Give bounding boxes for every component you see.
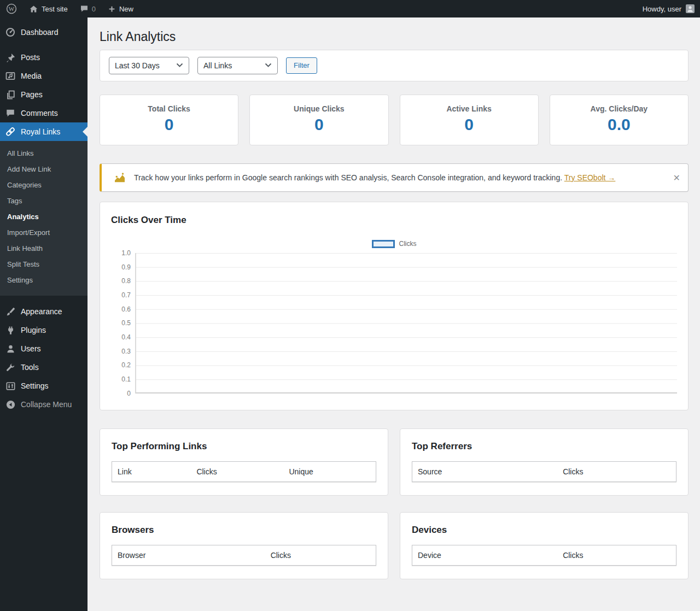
date-range-select[interactable]: Last 30 Days <box>109 57 189 74</box>
y-axis-tick: 0.6 <box>110 306 131 313</box>
sidebar-item-posts[interactable]: Posts <box>0 48 88 67</box>
chart-title: Clicks Over Time <box>111 215 677 226</box>
chart-gridlines <box>135 253 677 393</box>
column-header-link: Link <box>112 461 191 481</box>
browsers-panel: Browsers Browser Clicks <box>100 512 388 579</box>
notice-message: Track how your links perform in Google s… <box>134 173 615 182</box>
stat-card-active-links: Active Links 0 <box>400 95 539 145</box>
settings-sliders-icon <box>5 380 16 391</box>
try-seobolt-link[interactable]: Try SEObolt → <box>564 173 616 182</box>
new-menu[interactable]: New <box>102 0 139 17</box>
comments-count: 0 <box>92 5 96 13</box>
top-links-table: Link Clicks Unique <box>112 461 376 482</box>
avatar <box>686 4 695 13</box>
collapse-arrow-icon <box>5 399 16 410</box>
y-axis-tick: 0.1 <box>110 375 131 383</box>
submenu-categories[interactable]: Categories <box>0 177 88 193</box>
devices-table: Device Clicks <box>412 545 676 566</box>
comments-menu[interactable]: 0 <box>74 0 102 17</box>
column-header-clicks: Clicks <box>557 461 676 481</box>
submenu-link-health[interactable]: Link Health <box>0 240 88 256</box>
sidebar-item-label: Media <box>21 72 42 80</box>
wrench-icon <box>5 362 16 373</box>
sidebar-item-pages[interactable]: Pages <box>0 85 88 104</box>
top-referrers-panel: Top Referrers Source Clicks <box>400 428 689 496</box>
stat-card-unique-clicks: Unique Clicks 0 <box>249 95 388 145</box>
plug-icon <box>5 325 16 336</box>
y-axis-tick: 0.9 <box>110 263 131 271</box>
column-header-clicks: Clicks <box>265 545 376 565</box>
y-axis-tick: 0.5 <box>110 319 131 327</box>
sidebar-item-tools[interactable]: Tools <box>0 358 88 377</box>
column-header-browser: Browser <box>112 545 265 565</box>
admin-bar-account[interactable]: Howdy, user <box>643 0 700 17</box>
panel-title: Top Performing Links <box>112 441 376 452</box>
site-name-menu[interactable]: Test site <box>23 0 74 17</box>
submenu-split-tests[interactable]: Split Tests <box>0 256 88 272</box>
submenu-tags[interactable]: Tags <box>0 193 88 209</box>
chart-legend[interactable]: Clicks <box>111 240 677 248</box>
sidebar-item-label: Royal Links <box>21 127 60 136</box>
stat-label: Unique Clicks <box>250 104 388 113</box>
chevron-down-icon <box>265 63 272 68</box>
sidebar-item-users[interactable]: Users <box>0 339 88 358</box>
top-referrers-table: Source Clicks <box>412 461 676 482</box>
y-axis-tick: 1.0 <box>110 249 131 257</box>
site-name-label: Test site <box>42 5 68 13</box>
pushpin-icon <box>5 52 16 63</box>
stat-value: 0 <box>100 115 238 134</box>
submenu-add-new-link[interactable]: Add New Link <box>0 161 88 177</box>
sidebar-item-label: Dashboard <box>21 28 59 37</box>
filter-button[interactable]: Filter <box>286 57 317 74</box>
stat-label: Total Clicks <box>100 104 238 113</box>
sidebar-item-label: Collapse Menu <box>21 400 72 409</box>
panel-title: Top Referrers <box>412 441 676 452</box>
sidebar-item-comments[interactable]: Comments <box>0 104 88 122</box>
submenu-settings[interactable]: Settings <box>0 272 88 288</box>
y-axis-tick: 0.8 <box>110 277 131 285</box>
y-axis-tick: 0.4 <box>110 333 131 341</box>
wordpress-logo-menu[interactable]: W <box>0 0 23 17</box>
y-axis-tick: 0.7 <box>110 291 131 299</box>
current-menu-arrow <box>83 127 88 137</box>
sidebar-item-dashboard[interactable]: Dashboard <box>0 23 88 42</box>
main-content: Link Analytics Last 30 Days All Links Fi… <box>88 17 700 611</box>
stat-value: 0.0 <box>550 115 688 134</box>
dismiss-notice-button[interactable]: ✕ <box>673 172 680 183</box>
filter-bar: Last 30 Days All Links Filter <box>100 50 689 81</box>
comments-icon <box>5 108 16 119</box>
submenu-import-export[interactable]: Import/Export <box>0 225 88 240</box>
y-axis-tick: 0 <box>110 390 131 397</box>
user-icon <box>5 343 16 354</box>
y-axis-tick: 0.2 <box>110 361 131 369</box>
panels-row-2: Browsers Browser Clicks Devices Device C… <box>100 512 689 579</box>
column-header-unique: Unique <box>283 461 376 481</box>
submenu-all-links[interactable]: All Links <box>0 145 88 161</box>
sidebar-item-settings[interactable]: Settings <box>0 377 88 395</box>
sidebar-item-label: Comments <box>21 109 58 118</box>
submenu-analytics[interactable]: Analytics <box>0 209 88 225</box>
link-filter-select[interactable]: All Links <box>197 57 278 74</box>
sidebar-item-plugins[interactable]: Plugins <box>0 321 88 339</box>
chart-increase-icon <box>113 171 126 184</box>
svg-text:W: W <box>9 5 15 12</box>
admin-sidebar: Dashboard Posts Media Pages Comments Roy… <box>0 17 88 611</box>
column-header-device: Device <box>412 545 558 565</box>
stat-value: 0 <box>400 115 538 134</box>
link-filter-value: All Links <box>203 61 232 70</box>
collapse-menu-button[interactable]: Collapse Menu <box>0 395 88 414</box>
clicks-over-time-card: Clicks Over Time Clicks 1.0 0.9 0.8 0.7 … <box>100 202 689 410</box>
sidebar-item-label: Appearance <box>21 307 62 316</box>
sidebar-item-label: Tools <box>21 363 39 372</box>
page-title: Link Analytics <box>100 29 689 45</box>
panel-title: Devices <box>412 525 676 536</box>
sidebar-item-media[interactable]: Media <box>0 67 88 85</box>
link-icon <box>5 126 16 137</box>
media-icon <box>5 70 16 81</box>
chart-plot-area: 1.0 0.9 0.8 0.7 0.6 0.5 0.4 0.3 0.2 0.1 … <box>135 253 677 393</box>
howdy-label: Howdy, user <box>643 5 681 13</box>
sidebar-item-royal-links[interactable]: Royal Links <box>0 122 88 141</box>
sidebar-item-label: Pages <box>21 90 43 99</box>
browsers-table: Browser Clicks <box>112 545 376 566</box>
sidebar-item-appearance[interactable]: Appearance <box>0 302 88 321</box>
